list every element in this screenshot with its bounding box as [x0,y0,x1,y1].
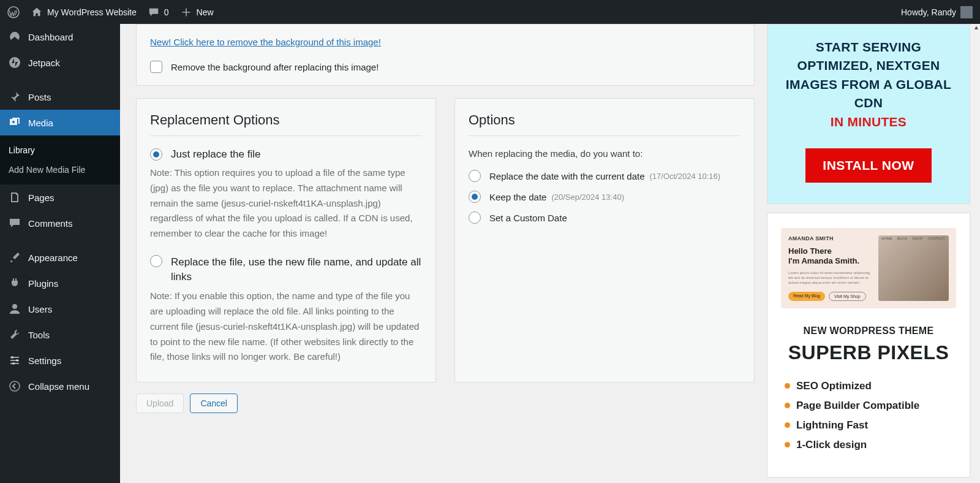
menu-collapse[interactable]: Collapse menu [0,373,120,399]
media-icon [9,116,21,129]
menu-pages[interactable]: Pages [0,184,120,210]
menu-tools[interactable]: Tools [0,322,120,348]
jetpack-icon [9,56,21,69]
svg-point-5 [16,359,18,362]
promo-line1: START SERVING OPTIMIZED, NEXTGEN IMAGES … [786,40,951,110]
note-text: Note: If you enable this option, the nam… [150,289,422,365]
menu-label: Dashboard [28,32,73,42]
admin-bar: My WordPress Website 0 New Howdy, Randy [0,0,980,24]
menu-media[interactable]: Media [0,110,120,135]
mock-pill-blog: Read My Blog [788,292,825,301]
menu-label: Tools [28,330,50,340]
new-link[interactable]: New [180,6,214,18]
radio-replace-date[interactable] [469,170,481,182]
submenu-media: Library Add New Media File [0,135,120,184]
theme-preview: HOME BLOG SHOP CONTACT AMANDA SMITH Hell… [781,228,956,308]
svg-point-6 [12,362,15,365]
options-lead: When replacing the media, do you want to… [469,148,741,159]
feature-item: 1-Click design [785,439,952,451]
account-link[interactable]: Howdy, Randy [901,6,973,18]
scrollbar[interactable]: ▲ [970,24,980,483]
menu-comments[interactable]: Comments [0,210,120,236]
feature-list: SEO Optimized Page Builder Compatible Li… [781,380,956,451]
wrench-icon [9,329,21,341]
remove-bg-checkbox[interactable] [150,61,162,73]
sliders-icon [9,354,21,367]
submenu-library[interactable]: Library [0,140,120,160]
remove-bg-label: Remove the background after replacing th… [171,62,379,72]
theme-subheading: NEW WORDPRESS THEME [781,325,956,337]
home-icon [31,6,43,18]
scroll-up-icon: ▲ [973,24,979,31]
menu-label: Media [28,118,53,128]
mock-hello1: Hello There [788,246,832,256]
menu-users[interactable]: Users [0,296,120,322]
background-options-panel: New! Click here to remove the background… [136,24,755,86]
site-name: My WordPress Website [47,7,137,17]
menu-posts[interactable]: Posts [0,84,120,110]
radio-replace-update-links[interactable] [150,255,162,267]
svg-point-2 [12,121,15,123]
menu-label: Users [28,304,52,314]
avatar [960,6,973,18]
brush-icon [9,251,21,264]
upload-button[interactable]: Upload [136,394,184,413]
pin-icon [9,91,21,103]
wordpress-logo-icon [7,6,20,18]
plug-icon [9,277,21,289]
menu-plugins[interactable]: Plugins [0,270,120,296]
greeting-text: Howdy, Randy [901,7,956,17]
new-label: New [197,7,214,17]
mock-nav-item: BLOG [897,237,908,240]
radio-label: Just replace the file [171,148,260,161]
feature-item: Page Builder Compatible [785,400,952,412]
comments-icon [9,217,21,229]
promo-line2: IN MINUTES [831,115,907,129]
svg-point-7 [10,381,20,391]
menu-label: Comments [28,218,73,229]
mock-name: AMANDA SMITH [788,235,872,242]
cancel-button[interactable]: Cancel [190,394,238,413]
submenu-add-new[interactable]: Add New Media File [0,160,120,180]
radio-custom-date[interactable] [469,211,481,224]
plus-icon [180,6,192,18]
mock-nav-item: SHOP [912,237,922,240]
radio-label: Keep the date [489,192,546,202]
radio-keep-date[interactable] [469,191,481,203]
menu-appearance[interactable]: Appearance [0,245,120,270]
options-card: Options When replacing the media, do you… [454,98,755,382]
collapse-icon [9,380,21,392]
theme-promo-card: HOME BLOG SHOP CONTACT AMANDA SMITH Hell… [767,213,970,477]
radio-label: Replace the file, use the new file name,… [171,255,422,284]
menu-label: Pages [28,192,55,203]
admin-sidebar: Dashboard Jetpack Posts Media Library Ad… [0,24,120,483]
menu-label: Plugins [28,278,58,289]
site-link[interactable]: My WordPress Website [31,6,137,18]
comments-count: 0 [164,7,169,17]
radio-just-replace[interactable] [150,148,162,161]
wp-logo[interactable] [7,6,20,18]
cdn-promo-card: START SERVING OPTIMIZED, NEXTGEN IMAGES … [767,24,970,204]
main-content: New! Click here to remove the background… [120,24,970,483]
comments-link[interactable]: 0 [148,6,169,18]
remove-bg-link[interactable]: New! Click here to remove the background… [150,37,381,47]
comment-icon [148,6,160,18]
install-now-button[interactable]: INSTALL NOW [805,148,931,183]
replacement-options-card: Replacement Options Just replace the fil… [136,98,436,382]
theme-heading: SUPERB PIXELS [781,341,956,364]
date-note: (17/Oct/2024 10:16) [650,172,721,181]
mock-image [878,235,949,301]
menu-label: Settings [28,356,61,366]
svg-point-1 [9,57,20,68]
menu-label: Appearance [28,253,78,263]
menu-dashboard[interactable]: Dashboard [0,24,120,50]
mock-hello2: I'm Amanda Smith. [788,256,859,265]
menu-jetpack[interactable]: Jetpack [0,50,120,75]
card-heading: Replacement Options [150,112,422,136]
mock-nav-item: CONTACT [927,237,945,240]
note-text: Note: This option requires you to upload… [150,165,422,242]
dashboard-icon [9,31,21,43]
menu-settings[interactable]: Settings [0,348,120,373]
svg-point-3 [12,304,17,309]
radio-label: Replace the date with the current date [489,171,645,181]
